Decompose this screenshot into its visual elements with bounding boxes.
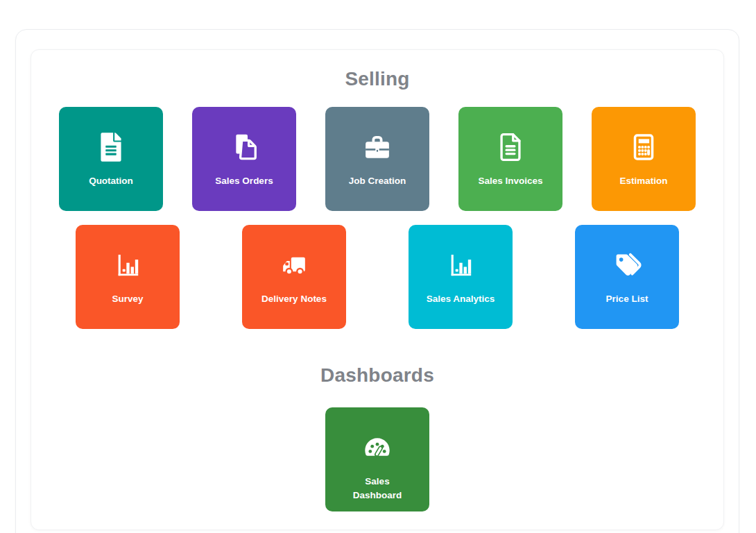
- dashboards-tile-row: Sales Dashboard: [31, 407, 723, 511]
- tile-label: Sales Dashboard: [325, 475, 429, 502]
- tile-price-list[interactable]: Price List: [575, 225, 679, 329]
- calculator-icon: [626, 130, 661, 164]
- tile-quotation[interactable]: Quotation: [59, 107, 163, 211]
- tile-label: Price List: [599, 292, 655, 306]
- copy-files-icon: [227, 130, 261, 164]
- tile-sales-invoices[interactable]: Sales Invoices: [458, 107, 562, 211]
- bar-chart-icon: [110, 248, 145, 282]
- briefcase-icon: [360, 130, 395, 164]
- section-title-dashboards: Dashboards: [31, 364, 723, 387]
- tile-survey[interactable]: Survey: [76, 225, 180, 329]
- bar-chart-icon: [443, 248, 478, 282]
- modules-card: Selling Quotation: [31, 49, 724, 530]
- file-text-icon: [94, 130, 128, 164]
- section-title-selling: Selling: [31, 67, 723, 90]
- tile-label: Quotation: [82, 174, 140, 188]
- tile-label: Delivery Notes: [255, 292, 334, 306]
- gauge-icon: [360, 430, 395, 465]
- tile-sales-orders[interactable]: Sales Orders: [192, 107, 296, 211]
- file-lines-icon: [493, 130, 528, 164]
- truck-icon: [277, 248, 311, 282]
- tags-icon: [610, 248, 644, 282]
- tile-label: Estimation: [612, 174, 674, 188]
- tile-label: Job Creation: [342, 174, 413, 188]
- selling-tile-row-1: Quotation Sales Orders: [31, 107, 723, 211]
- tile-label: Sales Invoices: [471, 174, 549, 188]
- tile-delivery-notes[interactable]: Delivery Notes: [242, 225, 346, 329]
- selling-tile-row-2: Survey Delivery Notes: [31, 225, 723, 329]
- tile-sales-analytics[interactable]: Sales Analytics: [409, 225, 513, 329]
- tile-job-creation[interactable]: Job Creation: [325, 107, 429, 211]
- tile-label: Sales Analytics: [420, 292, 502, 306]
- tile-sales-dashboard[interactable]: Sales Dashboard: [325, 407, 429, 511]
- tile-label: Survey: [105, 292, 150, 306]
- tile-estimation[interactable]: Estimation: [592, 107, 696, 211]
- tile-label: Sales Orders: [208, 174, 280, 188]
- page-card: Selling Quotation: [15, 29, 739, 533]
